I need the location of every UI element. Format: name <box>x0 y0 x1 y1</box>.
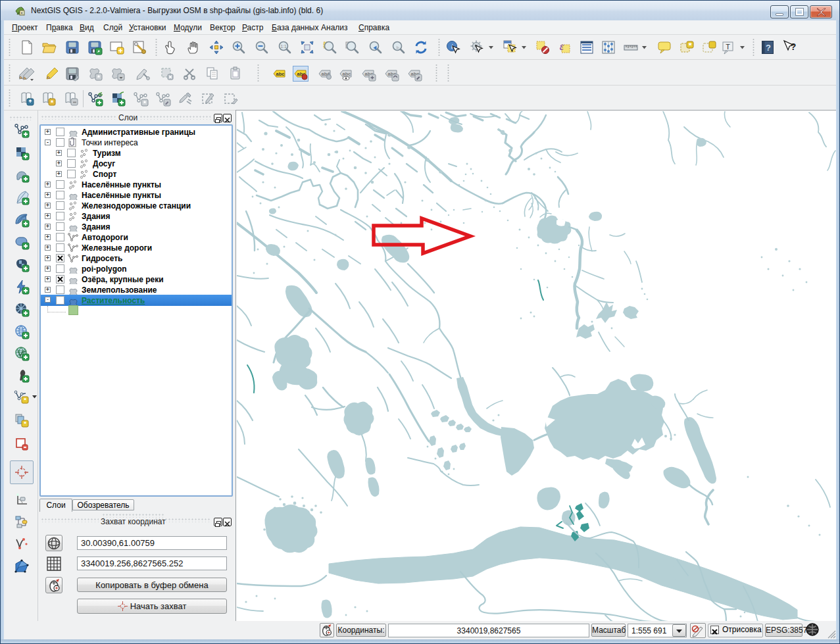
svg-text:?: ? <box>766 43 771 53</box>
svg-text:?: ? <box>791 41 797 52</box>
svg-text:T: T <box>726 43 730 51</box>
svg-text:abc: abc <box>276 71 285 77</box>
svg-text:1:1: 1:1 <box>280 44 286 49</box>
svg-text:ε: ε <box>560 41 564 52</box>
svg-text:K: K <box>20 11 23 15</box>
svg-text:abc: abc <box>343 71 351 77</box>
